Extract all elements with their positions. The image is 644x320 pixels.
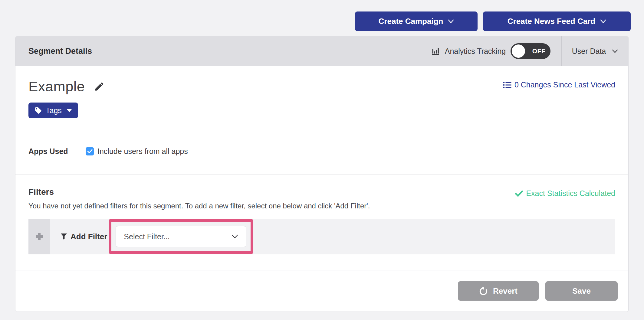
add-filter-row: Add Filter Select Filter... [28,219,615,254]
apps-used-section: Apps Used Include users from all apps [15,128,628,175]
changes-link-label: 0 Changes Since Last Viewed [514,80,615,89]
add-filter-plus-button[interactable] [28,219,50,254]
analytics-tracking-section: Analytics Tracking OFF [420,36,561,66]
apps-used-label: Apps Used [28,147,86,156]
tag-icon [34,107,42,114]
pencil-icon [94,81,105,92]
create-campaign-button[interactable]: Create Campaign [355,11,478,31]
chevron-down-icon [232,234,238,239]
tags-label: Tags [46,106,62,115]
undo-icon [479,286,488,296]
exact-statistics-status: Exact Statistics Calculated [515,189,615,198]
caret-down-icon [67,109,72,112]
add-filter-label: Add Filter [71,232,107,241]
user-data-dropdown[interactable]: User Data [561,36,628,66]
save-label: Save [572,286,591,296]
user-data-label: User Data [572,47,606,56]
chevron-down-icon [612,49,618,53]
header-spacer [92,36,420,66]
filters-helper-text: You have not yet defined filters for thi… [28,202,615,210]
create-news-feed-card-label: Create News Feed Card [508,17,595,26]
create-news-feed-card-button[interactable]: Create News Feed Card [483,11,631,31]
include-all-apps-checkbox[interactable] [86,147,94,155]
card-footer: Revert Save [15,270,628,312]
select-filter-placeholder: Select Filter... [124,232,169,241]
check-icon [515,191,523,197]
changes-since-last-viewed-link[interactable]: 0 Changes Since Last Viewed [503,80,615,89]
select-filter-dropdown[interactable]: Select Filter... [116,226,246,247]
revert-button[interactable]: Revert [458,281,539,301]
card-header: Segment Details Analytics Tracking OFF U… [15,36,628,66]
add-filter-label-group: Add Filter [60,232,107,241]
list-icon [503,81,511,89]
plus-icon [35,232,44,241]
bar-chart-icon [431,47,440,56]
filters-section: Filters Exact Statistics Calculated You … [15,175,628,270]
toggle-state-label: OFF [532,47,546,55]
segment-title-section: 0 Changes Since Last Viewed Example Tags [15,66,628,128]
toggle-knob [512,44,525,58]
segment-name: Example [28,78,85,95]
analytics-tracking-toggle[interactable]: OFF [511,43,550,59]
check-icon [87,149,93,153]
top-action-bar: Create Campaign Create News Feed Card [355,11,631,31]
chevron-down-icon [600,19,606,24]
include-all-apps-label: Include users from all apps [97,147,188,156]
edit-name-button[interactable] [94,81,105,92]
annotation-highlight-box: Select Filter... [109,219,253,254]
revert-label: Revert [493,286,518,296]
analytics-tracking-label: Analytics Tracking [445,47,506,56]
exact-statistics-label: Exact Statistics Calculated [526,189,615,198]
chevron-down-icon [448,19,454,24]
filter-funnel-icon [60,233,67,240]
create-campaign-label: Create Campaign [379,17,443,26]
page-title: Segment Details [28,36,92,66]
tags-button[interactable]: Tags [28,103,78,118]
segment-details-card: Segment Details Analytics Tracking OFF U… [15,36,629,312]
save-button[interactable]: Save [545,281,618,301]
